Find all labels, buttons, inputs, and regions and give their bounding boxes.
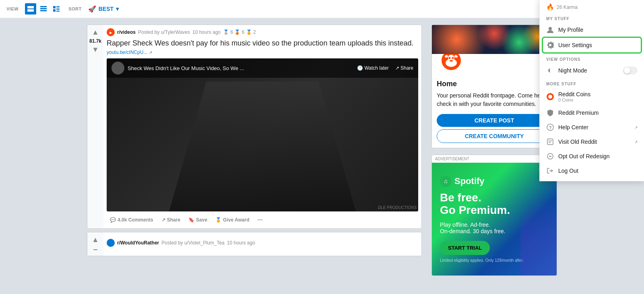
karma-flame-icon: 🔥 bbox=[546, 3, 554, 11]
opt-out-item[interactable]: Opt Out of Redesign bbox=[540, 149, 644, 164]
sidebar-home-desc: Your personal Reddit frontpage. Come her… bbox=[432, 88, 557, 112]
sort-chevron-icon: ▾ bbox=[116, 6, 119, 12]
reddit-premium-label: Reddit Premium bbox=[558, 110, 638, 116]
svg-rect-3 bbox=[40, 8, 47, 9]
reddit-coins-info: Reddit Coins 0 Coins bbox=[558, 91, 590, 102]
more-options-button[interactable]: ··· bbox=[254, 215, 266, 225]
subreddit-icon[interactable]: ▶ bbox=[107, 28, 115, 36]
video-title-bar: Sheck Wes Didn't Like Our Music Video, S… bbox=[107, 58, 418, 78]
svg-point-18 bbox=[450, 60, 453, 62]
old-reddit-external-icon: ↗ bbox=[634, 140, 638, 144]
vote-column: ▲ 81.7k ▼ bbox=[87, 25, 103, 228]
comments-button[interactable]: 💬 4.0k Comments bbox=[107, 215, 157, 225]
svg-rect-9 bbox=[56, 9, 60, 10]
reddit-coins-label: Reddit Coins bbox=[558, 91, 590, 97]
post-title: Rapper Sheck Wes doesn't pay for his mus… bbox=[107, 39, 418, 48]
sort-label: SORT bbox=[68, 6, 82, 11]
post2-meta-info: r/WouldYouRather Posted by u/Violet_Plum… bbox=[107, 239, 255, 247]
help-center-item[interactable]: ? Help Center ↗ bbox=[540, 120, 644, 135]
reddit-coins-item[interactable]: Reddit Coins 0 Coins bbox=[540, 88, 644, 106]
sidebar: Home Your personal Reddit frontpage. Com… bbox=[431, 25, 557, 276]
create-post-button[interactable]: CREATE POST bbox=[437, 114, 552, 127]
svg-point-16 bbox=[449, 57, 451, 59]
spotify-brand-name: Spotify bbox=[454, 176, 485, 186]
post-meta: ▶ r/videos Posted by u/TylerWaves 10 hou… bbox=[107, 28, 418, 36]
karma-count: 26 Karma bbox=[557, 4, 578, 10]
share-icon: ↗ bbox=[161, 217, 165, 223]
premium-shield-icon bbox=[546, 109, 554, 117]
sort-value-label: BEST bbox=[99, 6, 114, 12]
karma-display: 🔥 26 Karma bbox=[540, 0, 644, 12]
sidebar-home-card: Home Your personal Reddit frontpage. Com… bbox=[431, 25, 557, 148]
more-stuff-label: MORE STUFF bbox=[540, 78, 644, 88]
view-list-icon[interactable] bbox=[51, 3, 62, 14]
vote-count: 81.7k bbox=[89, 38, 101, 44]
share-video-icon[interactable]: ↗ Share bbox=[395, 65, 413, 71]
help-center-label: Help Center bbox=[558, 124, 630, 130]
reddit-premium-item[interactable]: Reddit Premium bbox=[540, 106, 644, 120]
svg-rect-0 bbox=[27, 6, 34, 8]
upvote-button[interactable]: ▲ bbox=[92, 28, 99, 37]
feed: ▲ 81.7k ▼ ▶ r/videos Posted by u/TylerWa… bbox=[87, 25, 422, 276]
post-actions: 💬 4.0k Comments ↗ Share 🔖 Save 🏅 Give Aw… bbox=[107, 215, 418, 225]
video-channel-icon bbox=[111, 62, 124, 75]
save-button[interactable]: 🔖 Save bbox=[185, 215, 211, 225]
old-reddit-icon bbox=[546, 138, 554, 146]
post-external-link[interactable]: youtu.be/cINCpU... ↗ bbox=[107, 50, 418, 55]
user-dropdown-menu: 🔥 26 Karma MY STUFF My Profile User Sett… bbox=[539, 0, 644, 181]
user-settings-item[interactable]: User Settings bbox=[543, 38, 641, 52]
toggle-knob bbox=[624, 67, 630, 74]
night-mode-toggle[interactable] bbox=[623, 66, 638, 75]
log-out-item[interactable]: Log Out bbox=[540, 164, 644, 178]
user-settings-label: User Settings bbox=[558, 42, 638, 48]
svg-text:▶: ▶ bbox=[109, 31, 112, 35]
spotify-logo: ♫ Spotify bbox=[440, 176, 485, 187]
time-ago: 10 hours ago bbox=[192, 29, 221, 35]
sidebar-banner bbox=[432, 25, 557, 54]
awards: 🥈 6 🥉 6 🏅 2 bbox=[223, 29, 256, 35]
give-award-button[interactable]: 🏅 Give Award bbox=[212, 215, 252, 225]
video-thumbnail[interactable]: Sheck Wes Didn't Like Our Music Video, S… bbox=[107, 58, 418, 211]
view-card-icon[interactable] bbox=[25, 3, 36, 14]
visit-old-reddit-item[interactable]: Visit Old Reddit ↗ bbox=[540, 135, 644, 149]
svg-point-21 bbox=[549, 27, 552, 30]
my-profile-label: My Profile bbox=[558, 27, 638, 33]
post2-meta: r/WouldYouRather Posted by u/Violet_Plum… bbox=[103, 232, 421, 256]
post-card-second: ▲ ... r/WouldYouRather Posted by u/Viole… bbox=[87, 232, 422, 256]
my-profile-item[interactable]: My Profile bbox=[540, 23, 644, 37]
give-award-label: Give Award bbox=[223, 217, 249, 223]
banner-decoration bbox=[432, 25, 557, 54]
svg-rect-4 bbox=[40, 10, 47, 11]
ad-cta-button[interactable]: START TRIAL bbox=[440, 241, 490, 255]
view-compact-icon[interactable] bbox=[38, 3, 49, 14]
subreddit-name-2[interactable]: r/WouldYouRather bbox=[117, 240, 159, 246]
sort-best-button[interactable]: 🚀 BEST ▾ bbox=[88, 5, 119, 13]
reddit-coins-sub: 0 Coins bbox=[558, 97, 590, 102]
upvote-button-2[interactable]: ▲ bbox=[92, 236, 99, 244]
night-mode-item[interactable]: Night Mode bbox=[540, 63, 644, 78]
vote-count-2: ... bbox=[93, 246, 97, 251]
view-label: VIEW bbox=[6, 6, 19, 11]
subreddit-name[interactable]: r/videos bbox=[117, 29, 136, 35]
help-external-icon: ↗ bbox=[634, 125, 638, 130]
watch-later-icon[interactable]: 🕐 Watch later bbox=[357, 65, 389, 71]
video-watermark: DLE PRODUCTIONS bbox=[378, 205, 417, 210]
share-label: Share bbox=[167, 217, 180, 223]
svg-text:?: ? bbox=[549, 125, 552, 130]
save-label: Save bbox=[196, 217, 207, 223]
external-link-icon: ↗ bbox=[149, 50, 152, 55]
vote-column-2: ▲ ... bbox=[87, 232, 103, 256]
opt-out-label: Opt Out of Redesign bbox=[558, 153, 638, 159]
posted-by-2: Posted by u/Violet_Plum_Tea bbox=[161, 240, 225, 246]
comments-count: 4.0k Comments bbox=[118, 217, 153, 223]
share-button[interactable]: ↗ Share bbox=[158, 215, 184, 225]
moon-icon bbox=[546, 66, 554, 75]
save-icon: 🔖 bbox=[188, 217, 194, 223]
post-card: ▲ 81.7k ▼ ▶ r/videos Posted by u/TylerWa… bbox=[87, 25, 422, 229]
my-stuff-section-label: MY STUFF bbox=[540, 12, 644, 23]
downvote-button[interactable]: ▼ bbox=[92, 46, 99, 54]
subreddit-icon-2[interactable] bbox=[107, 239, 115, 247]
create-community-button[interactable]: CREATE COMMUNITY bbox=[437, 129, 552, 143]
settings-gear-icon bbox=[546, 41, 554, 49]
sidebar-home-title: Home bbox=[432, 80, 557, 88]
